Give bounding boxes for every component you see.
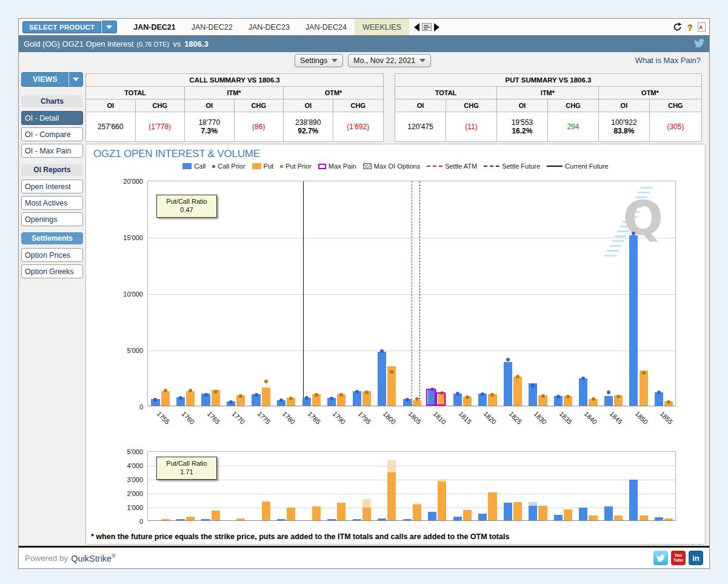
call-prior-dot-1795	[355, 390, 359, 394]
strike-label-1855: 1855	[659, 410, 675, 426]
put-prior-dot-1805	[415, 397, 419, 401]
strike-label-1780: 1780	[281, 410, 297, 426]
legend-marker-icon	[212, 165, 215, 168]
title-dte: (0.76 DTE)	[136, 41, 169, 48]
tab-bar: SELECT PRODUCT JAN-DEC21JAN-DEC22JAN-DEC…	[19, 19, 709, 36]
call-volume-bar-1820	[478, 514, 487, 521]
put-otm-chg: (305)	[649, 112, 701, 142]
itm-otm-footnote: * when the future price equals the strik…	[91, 532, 509, 541]
put-summary-title: PUT SUMMARY VS 1806.3	[395, 74, 702, 87]
pdf-export-icon[interactable]: A	[698, 22, 706, 32]
put-volume-bar-1850	[640, 515, 648, 520]
sidebar-item-oi-max-pain[interactable]: OI - Max Pain	[21, 144, 83, 158]
select-product-dropdown[interactable]	[101, 21, 117, 33]
tab-jan-dec22[interactable]: JAN-DEC22	[184, 19, 241, 35]
put-volume-bar-1820	[488, 492, 496, 520]
strike-label-1800: 1800	[382, 410, 398, 426]
legend-marker-icon	[318, 164, 326, 169]
y-axis-tick: 5'000	[108, 448, 143, 455]
call-volume-bar-1790	[327, 519, 336, 520]
call-volume-bar-1760	[176, 519, 185, 520]
views-button[interactable]: VIEWS	[21, 72, 83, 87]
put-total-chg: (11)	[446, 112, 496, 142]
put-prior-dot-1755	[164, 389, 167, 392]
settings-label: Settings	[300, 56, 327, 65]
put-prior-dot-1765	[214, 390, 218, 394]
volume-plot: 01'0002'0003'0004'0005'000Put/Call Ratio…	[147, 451, 676, 521]
put-volume-bar-1800	[387, 472, 396, 521]
call-prior-dot-1805	[406, 398, 409, 401]
twitter-icon[interactable]	[694, 39, 704, 49]
call-bar-1840	[579, 378, 587, 406]
sidebar-item-oi-compare[interactable]: OI - Compare	[21, 127, 83, 141]
tab-jan-dec23[interactable]: JAN-DEC23	[241, 19, 298, 35]
put-total-oi: 120'475	[395, 112, 446, 142]
call-prior-dot-1850	[632, 232, 635, 235]
col-oi: OI	[395, 99, 446, 112]
legend-put: Put	[252, 163, 274, 170]
put-bar-1760	[186, 391, 195, 406]
tab-weeklies[interactable]: WEEKLIES	[355, 19, 409, 35]
tab-nav	[414, 23, 439, 32]
sidebar-item-option-prices[interactable]: Option Prices	[21, 248, 83, 262]
call-volume-bar-1835	[554, 515, 563, 520]
youtube-icon[interactable]: YouTube	[671, 551, 686, 565]
call-prior-dot-1830	[531, 384, 535, 388]
chart-title: OGZ1 OPEN INTEREST & VOLUME	[93, 148, 260, 160]
put-bar-1755	[161, 391, 170, 406]
tab-jan-dec21[interactable]: JAN-DEC21	[125, 19, 183, 35]
settings-dropdown[interactable]: Settings	[295, 54, 343, 67]
legend-marker-icon	[252, 163, 261, 169]
call-prior-dot-1815	[456, 392, 459, 395]
col-oi: OI	[86, 99, 136, 112]
prior-volume-segment	[387, 460, 396, 473]
col-chg: CHG	[649, 99, 701, 112]
legend-marker-icon	[280, 165, 283, 168]
call-prior-dot-1770	[229, 400, 233, 404]
call-otm-oi: 238'89092.7%	[284, 112, 333, 142]
select-product-button[interactable]: SELECT PRODUCT	[22, 21, 101, 33]
current-future-line	[303, 181, 304, 406]
put-itm-chg: 294	[547, 112, 598, 142]
linkedin-icon[interactable]: in	[689, 551, 703, 565]
next-tabs-icon[interactable]	[434, 23, 439, 32]
chevron-down-icon	[73, 78, 79, 81]
call-prior-dot-1845	[607, 391, 610, 394]
call-volume-bar-1840	[579, 508, 587, 520]
sidebar-header-oi-reports: OI Reports	[21, 164, 83, 176]
max-pain-highlight	[426, 389, 436, 406]
date-dropdown[interactable]: Mo., Nov 22, 2021	[348, 54, 431, 67]
call-bar-1845	[604, 396, 613, 406]
sidebar-item-oi-detail[interactable]: OI - Detail	[21, 111, 83, 125]
what-is-max-pain-link[interactable]: What is Max Pain?	[635, 56, 701, 65]
put-volume-bar-1845	[614, 515, 623, 520]
put-itm-header: ITM*	[496, 87, 598, 99]
call-volume-bar-1850	[629, 480, 638, 520]
sidebar-item-openings[interactable]: Openings	[21, 212, 83, 226]
put-volume-bar-1775	[262, 502, 270, 520]
views-dropdown-arrow[interactable]	[68, 72, 83, 87]
col-chg: CHG	[135, 99, 185, 112]
col-chg: CHG	[446, 99, 496, 112]
sidebar-item-most-actives[interactable]: Most Actives	[21, 196, 83, 210]
sidebar-item-open-interest[interactable]: Open Interest	[21, 180, 83, 193]
strike-label-1830: 1830	[533, 410, 549, 426]
tab-list-icon[interactable]	[422, 23, 432, 31]
help-icon[interactable]: ?	[687, 22, 693, 32]
put-bar-1805	[413, 400, 421, 406]
title-price: 1806.3	[184, 39, 209, 49]
tabbar-actions: ? A	[672, 22, 706, 32]
call-volume-bar-1815	[453, 517, 462, 520]
legend-marker-icon	[484, 166, 499, 167]
call-bar-1800	[378, 352, 386, 406]
call-otm-chg: (1'692)	[333, 112, 384, 142]
call-total-header: TOTAL	[86, 87, 185, 99]
settle-future-line	[419, 181, 420, 406]
prev-tabs-icon[interactable]	[414, 23, 419, 32]
strike-label-1790: 1790	[332, 410, 347, 426]
quikstrike-brand[interactable]: QuikStrike®	[71, 553, 116, 563]
twitter-icon[interactable]	[653, 551, 668, 565]
sidebar-item-option-greeks[interactable]: Option Greeks	[21, 264, 83, 278]
tab-jan-dec24[interactable]: JAN-DEC24	[298, 19, 355, 35]
refresh-icon[interactable]	[672, 22, 683, 32]
